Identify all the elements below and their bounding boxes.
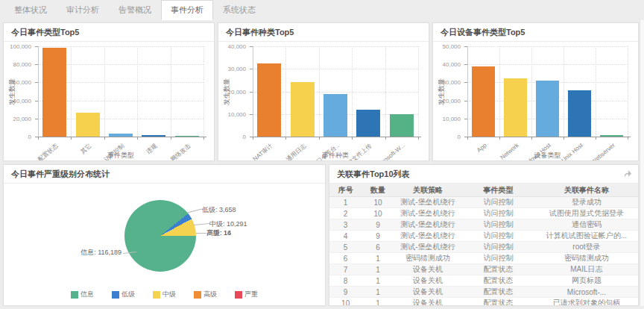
column-header-关联策略: 关联策略 bbox=[394, 184, 462, 197]
gridline-v bbox=[596, 46, 596, 137]
table-cell: 1 bbox=[362, 287, 394, 298]
bar-配置状态[interactable] bbox=[42, 48, 66, 137]
table-cell: 访问控制 bbox=[461, 219, 535, 231]
bar-FTP文件上传[interactable] bbox=[356, 110, 380, 137]
bar-违规[interactable] bbox=[142, 135, 165, 137]
legend-swatch bbox=[112, 291, 119, 299]
bar-Windows Host[interactable] bbox=[536, 81, 559, 137]
gridline-v bbox=[385, 46, 386, 137]
table-cell: 9 bbox=[362, 231, 394, 242]
table-cell: 6 bbox=[329, 253, 362, 264]
x-axis-title: 事件种类 bbox=[253, 151, 418, 160]
gridline-v bbox=[319, 46, 320, 137]
leader-line bbox=[196, 233, 206, 234]
pie-label-信息: 信息: 116,189 bbox=[50, 248, 121, 258]
gridline-v bbox=[564, 46, 564, 137]
bar-访问控制[interactable] bbox=[109, 134, 133, 137]
y-tick-label: 20,000 bbox=[4, 116, 31, 122]
bar-通用日志[interactable] bbox=[291, 82, 315, 137]
y-axis-title: 发生数量 bbox=[437, 78, 446, 105]
gridline-v bbox=[418, 46, 419, 137]
x-axis-title: 设备类型 bbox=[467, 151, 628, 160]
table-row[interactable]: 71设备关机配置状态MAIL日志 bbox=[329, 264, 638, 275]
bar-chart-device-type: 010,00020,00030,00040,00050,000AppNetwor… bbox=[433, 42, 638, 160]
table-cell: root登录 bbox=[535, 242, 638, 253]
bar-Microsoft-W...[interactable] bbox=[390, 114, 414, 137]
x-tick-mark bbox=[564, 137, 564, 140]
x-tick-mark bbox=[319, 137, 320, 140]
table-cell: 1 bbox=[362, 275, 394, 287]
table-cell: 4 bbox=[329, 231, 362, 242]
x-tick-mark bbox=[352, 137, 353, 140]
tab-告警概况[interactable]: 告警概况 bbox=[109, 0, 161, 19]
table-cell: 9 bbox=[362, 219, 394, 231]
panel-device-event-type-top5: 今日设备事件类型Top5 010,00020,00030,00040,00050… bbox=[432, 22, 639, 161]
table-row[interactable]: 91设备关机配置状态Microsoft-... bbox=[329, 287, 638, 298]
table-row[interactable]: 81设备关机配置状态网页标题 bbox=[329, 275, 638, 287]
gridline-v bbox=[171, 46, 171, 137]
table-cell: Microsoft-... bbox=[535, 287, 638, 298]
table-row[interactable]: 61密码猜测成功访问控制密码猜测成功 bbox=[329, 253, 638, 264]
bar-Network[interactable] bbox=[504, 78, 527, 137]
legend-item-低级[interactable]: 低级 bbox=[112, 290, 135, 299]
table-cell: 测试-堡垒机绕行 bbox=[394, 208, 462, 219]
table-row[interactable]: 210测试-堡垒机绕行访问控制试图使用显式凭据登录 bbox=[329, 208, 638, 219]
legend-swatch bbox=[194, 291, 201, 299]
leader-line bbox=[187, 208, 202, 213]
table-cell: 配置状态 bbox=[461, 298, 535, 306]
bar-Windows 口令平台..[interactable] bbox=[323, 94, 347, 137]
table-row[interactable]: 101设备关机配置状态已请求到对象的句柄 bbox=[329, 298, 638, 306]
table-row[interactable]: 110测试-堡垒机绕行访问控制登录成功 bbox=[329, 197, 638, 208]
legend-swatch bbox=[235, 291, 242, 299]
gridline-v bbox=[137, 46, 138, 137]
legend-item-高级[interactable]: 高级 bbox=[194, 290, 217, 299]
bar-App[interactable] bbox=[472, 66, 495, 137]
table-row[interactable]: 39测试-堡垒机绕行访问控制通信密码 bbox=[329, 219, 638, 231]
gridline-v bbox=[499, 46, 500, 137]
bar-Webserver[interactable] bbox=[600, 135, 623, 137]
x-tick-mark bbox=[104, 137, 105, 140]
pie-legend: 信息低级中级高级严重 bbox=[4, 290, 325, 299]
table-cell: 配置状态 bbox=[461, 287, 535, 298]
y-tick-label: 0 bbox=[433, 134, 461, 140]
panel-title: 今日设备事件类型Top5 bbox=[433, 23, 638, 42]
y-tick-label: 40,000 bbox=[433, 61, 461, 68]
legend-item-严重[interactable]: 严重 bbox=[235, 290, 258, 299]
scrollbar-track[interactable] bbox=[640, 20, 644, 306]
gridline-h bbox=[253, 46, 418, 47]
gridline-v bbox=[628, 46, 628, 137]
y-tick-label: 40,000 bbox=[218, 43, 246, 50]
bar-NAT审计[interactable] bbox=[257, 63, 281, 137]
x-tick-mark bbox=[38, 137, 39, 140]
legend-label: 中级 bbox=[162, 290, 176, 299]
x-axis-line bbox=[250, 137, 421, 137]
y-tick-label: 10,000 bbox=[218, 111, 246, 118]
table-cell: 通信密码 bbox=[535, 219, 638, 231]
table-row[interactable]: 49测试-堡垒机绕行访问控制计算机试图验证帐户的... bbox=[329, 231, 638, 242]
table-cell: 密码猜测成功 bbox=[394, 253, 462, 264]
x-tick-mark bbox=[137, 137, 138, 140]
table-header-row: 序号数量关联策略事件类型关联事件名称 bbox=[329, 184, 638, 197]
tab-审计分析[interactable]: 审计分析 bbox=[57, 0, 109, 19]
table-cell: 测试-堡垒机绕行 bbox=[394, 231, 462, 242]
legend-label: 高级 bbox=[203, 290, 217, 299]
bar-网络攻击[interactable] bbox=[175, 136, 199, 137]
bar-Unix Host[interactable] bbox=[568, 90, 591, 137]
x-tick-mark bbox=[628, 137, 628, 140]
y-tick-label: 100,000 bbox=[4, 43, 31, 50]
tab-系统状态[interactable]: 系统状态 bbox=[213, 0, 265, 19]
table-cell: 6 bbox=[362, 242, 394, 253]
legend-item-信息[interactable]: 信息 bbox=[71, 290, 94, 299]
legend-item-中级[interactable]: 中级 bbox=[153, 290, 176, 299]
pie-severity[interactable] bbox=[124, 200, 196, 272]
table-row[interactable]: 56测试-堡垒机绕行访问控制root登录 bbox=[329, 242, 638, 253]
bar-其它[interactable] bbox=[76, 113, 100, 137]
share-arrow-icon[interactable] bbox=[623, 169, 632, 178]
tab-事件分析[interactable]: 事件分析 bbox=[161, 0, 213, 20]
tab-整体状况[interactable]: 整体状况 bbox=[4, 0, 57, 19]
table-cell: 试图使用显式凭据登录 bbox=[535, 208, 638, 219]
x-tick-mark bbox=[71, 137, 72, 140]
table-cell: 网页标题 bbox=[535, 275, 638, 287]
bar-chart-event-type: 020,00040,00060,00080,000100,000配置状态其它访问… bbox=[4, 42, 214, 160]
x-axis-line bbox=[35, 137, 206, 137]
